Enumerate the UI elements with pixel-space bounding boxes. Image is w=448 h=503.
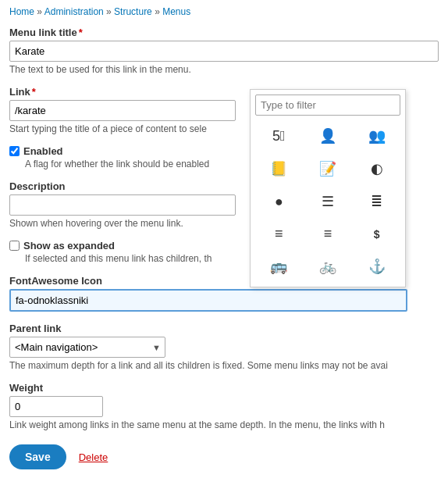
menu-link-title-field: Menu link title* The text to be used for… <box>9 27 439 75</box>
icon-item-bus[interactable]: 🚌 <box>255 251 303 282</box>
delete-button[interactable]: Delete <box>79 451 108 463</box>
weight-input[interactable] <box>9 396 103 417</box>
menu-link-title-label: Menu link title* <box>9 27 439 38</box>
save-button[interactable]: Save <box>9 444 66 469</box>
description-input[interactable] <box>9 194 236 216</box>
icon-item-bicycle[interactable]: 🚲 <box>304 251 352 282</box>
breadcrumb: Home » Administration » Structure » Menu… <box>9 6 439 17</box>
icon-picker-filter-input[interactable] <box>255 95 400 116</box>
icon-item-circle-half[interactable]: ◐ <box>353 153 400 184</box>
breadcrumb-home[interactable]: Home <box>9 6 34 17</box>
icon-item-circle[interactable]: ● <box>255 186 303 217</box>
icon-item-user[interactable]: 👤 <box>304 120 352 152</box>
menu-link-title-desc: The text to be used for this link in the… <box>9 64 439 75</box>
weight-desc: Link weight among links in the same menu… <box>9 419 439 430</box>
form-actions: Save Delete <box>9 444 439 469</box>
parent-link-field: Parent link <Main navigation> ▼ The maxi… <box>9 323 439 371</box>
icon-item-clipboard[interactable]: 📒 <box>255 153 303 184</box>
breadcrumb-admin[interactable]: Administration <box>44 6 104 17</box>
menu-link-title-input[interactable] <box>9 41 439 62</box>
icon-item-align-justify[interactable]: ☰ <box>304 186 352 217</box>
parent-link-label: Parent link <box>9 323 439 334</box>
icon-grid: 5⃣ 👤 👥 📒 📝 ◐ ● ☰ ≣ ≡ ≡ $ 🚌 🚲 ⚓ <box>255 120 400 282</box>
fontawesome-input[interactable] <box>9 289 407 312</box>
parent-link-select-wrapper: <Main navigation> ▼ <box>9 337 165 358</box>
icon-item-five[interactable]: 5⃣ <box>255 120 303 152</box>
breadcrumb-menus[interactable]: Menus <box>162 6 190 17</box>
icon-item-amazon[interactable]: $ <box>353 219 400 249</box>
parent-link-desc: The maximum depth for a link and all its… <box>9 360 439 371</box>
parent-link-select[interactable]: <Main navigation> <box>9 337 165 358</box>
icon-picker-dropdown: 5⃣ 👤 👥 📒 📝 ◐ ● ☰ ≣ ≡ ≡ $ 🚌 🚲 ⚓ <box>250 89 406 287</box>
link-input[interactable] <box>9 100 236 121</box>
icon-item-lines-2[interactable]: ≡ <box>304 219 352 249</box>
icon-item-align-justify-2[interactable]: ≣ <box>353 186 400 217</box>
icon-item-users[interactable]: 👥 <box>353 120 400 152</box>
weight-field: Weight Link weight among links in the sa… <box>9 382 439 430</box>
icon-item-memo[interactable]: 📝 <box>304 153 352 184</box>
enabled-checkbox[interactable] <box>9 146 20 156</box>
icon-item-lines[interactable]: ≡ <box>255 219 303 249</box>
icon-item-anchor[interactable]: ⚓ <box>353 251 400 282</box>
show-expanded-checkbox[interactable] <box>9 241 20 251</box>
breadcrumb-structure[interactable]: Structure <box>114 6 152 17</box>
weight-label: Weight <box>9 382 439 394</box>
